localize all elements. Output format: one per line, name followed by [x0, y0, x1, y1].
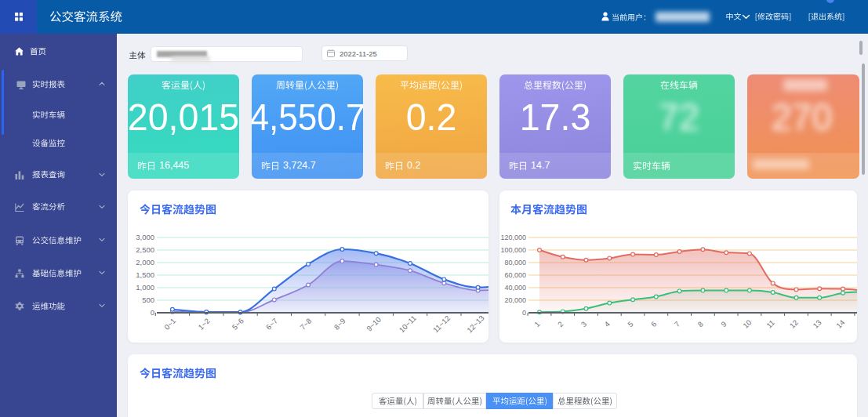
svg-text:12: 12 [788, 318, 800, 330]
svg-text:3: 3 [579, 320, 589, 329]
svg-text:5: 5 [626, 320, 635, 329]
svg-text:12~13: 12~13 [465, 314, 486, 335]
svg-text:8: 8 [695, 320, 705, 329]
svg-text:11~12: 11~12 [431, 314, 452, 334]
svg-text:2,000: 2,000 [136, 258, 154, 267]
svg-text:7: 7 [673, 320, 682, 329]
svg-text:6: 6 [649, 320, 659, 329]
svg-text:3,000: 3,000 [136, 233, 154, 241]
svg-text:100,000: 100,000 [500, 246, 526, 254]
svg-text:0~1: 0~1 [162, 317, 177, 332]
svg-text:120,000: 120,000 [500, 234, 526, 241]
svg-text:6~7: 6~7 [264, 317, 279, 332]
svg-text:11: 11 [764, 318, 776, 330]
svg-text:80,000: 80,000 [504, 259, 526, 267]
svg-text:14: 14 [834, 318, 846, 330]
svg-text:10~11: 10~11 [398, 314, 418, 334]
svg-text:7~8: 7~8 [298, 317, 313, 332]
svg-text:500: 500 [142, 296, 154, 304]
svg-text:9~10: 9~10 [365, 315, 383, 333]
svg-text:10: 10 [741, 318, 753, 330]
svg-text:2,500: 2,500 [136, 245, 154, 254]
svg-text:1,500: 1,500 [136, 270, 154, 279]
svg-text:20,000: 20,000 [504, 296, 526, 304]
svg-text:1~2: 1~2 [196, 317, 211, 332]
svg-text:8~9: 8~9 [332, 317, 347, 332]
svg-text:13: 13 [811, 318, 823, 330]
svg-text:0: 0 [522, 309, 526, 317]
svg-text:1: 1 [532, 320, 542, 329]
svg-text:2: 2 [556, 320, 565, 329]
svg-text:0: 0 [151, 308, 154, 317]
svg-text:40,000: 40,000 [504, 284, 526, 292]
svg-text:9: 9 [719, 320, 728, 329]
svg-text:1,000: 1,000 [136, 283, 154, 292]
svg-text:60,000: 60,000 [504, 271, 526, 279]
svg-text:5~6: 5~6 [231, 317, 245, 332]
svg-text:4: 4 [602, 320, 612, 329]
